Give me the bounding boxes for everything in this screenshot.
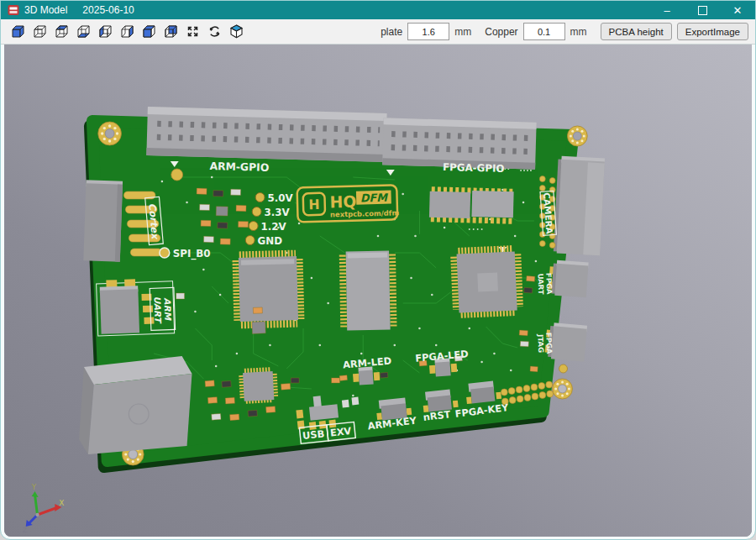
pcb-3d-scene: H HQ DFM nextpcb.com/dfm 5.0V 3.3V 1.2V … <box>4 45 752 537</box>
silk-5v-label: 5.0V <box>267 192 293 204</box>
silk-fpga-uart-label-group: FPGA UART <box>536 273 554 296</box>
view-bottom-button[interactable] <box>73 21 93 43</box>
silk-fpga-jtag-line2: JTAG <box>536 333 545 353</box>
view-left-button[interactable] <box>95 21 115 43</box>
view-front-button[interactable] <box>139 21 159 43</box>
gold-pad <box>171 169 183 181</box>
fpga-qfp-chip <box>454 249 519 314</box>
copper-input[interactable] <box>523 23 565 40</box>
view-isometric-icon <box>10 24 26 39</box>
axis-x-label: X <box>59 499 64 507</box>
view-wireframe-icon <box>32 24 48 39</box>
export-image-button[interactable]: ExportImage <box>677 23 748 40</box>
arm-qfp-chip <box>236 254 301 325</box>
axonometric-view-icon <box>228 24 244 39</box>
silk-fpga-gpio-label: FPGA-GPIO <box>443 161 505 175</box>
close-button[interactable]: ✕ <box>720 1 755 19</box>
camera-connector <box>554 155 605 255</box>
silk-usb-label: USB <box>302 427 324 442</box>
view-wireframe-button[interactable] <box>29 21 50 43</box>
view-isometric-button[interactable] <box>8 21 28 43</box>
app-icon <box>8 4 19 16</box>
fit-view-button[interactable] <box>182 21 202 43</box>
ethernet-connector <box>79 356 192 454</box>
silk-arm-uart-line2: UART <box>152 296 163 323</box>
axis-triad: Y X Z <box>23 483 65 534</box>
silk-fpga-uart-line2: UART <box>536 273 545 295</box>
view-top-icon <box>54 24 70 39</box>
app-window: 3D Model 2025-06-10 – ✕ <box>0 0 756 540</box>
toolbar: plate mm Copper mm PCBA height ExportIma… <box>1 19 755 45</box>
view-top-button[interactable] <box>51 21 71 43</box>
memory-tsop-chip <box>343 250 394 330</box>
silk-gnd-label: GND <box>258 235 283 247</box>
rotate-view-icon <box>207 24 223 39</box>
pcba-height-button[interactable]: PCBA height <box>601 23 672 40</box>
silk-fpga-jtag-label-group: FPGA JTAG <box>536 333 554 355</box>
3d-viewport[interactable]: H HQ DFM nextpcb.com/dfm 5.0V 3.3V 1.2V … <box>4 45 752 537</box>
silk-arm-uart-line1: ARM <box>162 297 173 322</box>
hqdfm-logo: H HQ DFM nextpcb.com/dfm <box>297 185 400 222</box>
plate-unit: mm <box>454 26 471 38</box>
view-back-button[interactable] <box>160 21 181 43</box>
silk-3v3-label: 3.3V <box>265 207 291 218</box>
minimize-button[interactable]: – <box>649 1 685 19</box>
view-right-icon <box>119 24 135 39</box>
copper-unit: mm <box>570 26 587 38</box>
axonometric-view-button[interactable] <box>226 21 246 43</box>
board-parameters: plate mm Copper mm PCBA height ExportIma… <box>381 23 748 40</box>
rotate-view-button[interactable] <box>204 21 224 43</box>
window-date: 2025-06-10 <box>82 4 649 16</box>
fit-view-icon <box>185 24 201 39</box>
view-front-icon <box>141 24 157 39</box>
silk-exv-label: EXV <box>329 425 352 439</box>
plate-input[interactable] <box>407 23 449 40</box>
view-left-icon <box>97 24 113 39</box>
copper-label: Copper <box>485 26 517 38</box>
silk-arm-gpio-label: ARM-GPIO <box>209 160 269 174</box>
view-icon-group <box>8 21 246 43</box>
silk-spi-b0-label: SPI_B0 <box>173 248 211 260</box>
view-back-icon <box>163 24 179 39</box>
maximize-button[interactable] <box>685 1 720 19</box>
silk-1v2-label: 1.2V <box>261 221 287 233</box>
window-title: 3D Model <box>24 4 67 16</box>
axis-z-label: Z <box>23 527 28 534</box>
axis-y-label: Y <box>31 483 37 491</box>
plate-label: plate <box>381 26 402 38</box>
cortex-connector <box>83 180 123 261</box>
logo-dfm: DFM <box>360 191 390 205</box>
small-qfp-chip <box>241 370 276 401</box>
gold-pad <box>559 364 568 373</box>
view-bottom-icon <box>76 24 92 39</box>
title-bar: 3D Model 2025-06-10 – ✕ <box>1 1 755 19</box>
maximize-icon <box>698 6 707 15</box>
logo-hq: HQ <box>329 192 356 212</box>
logo-h: H <box>308 197 320 212</box>
arm-gpio-connector <box>146 107 386 162</box>
view-right-button[interactable] <box>117 21 137 43</box>
